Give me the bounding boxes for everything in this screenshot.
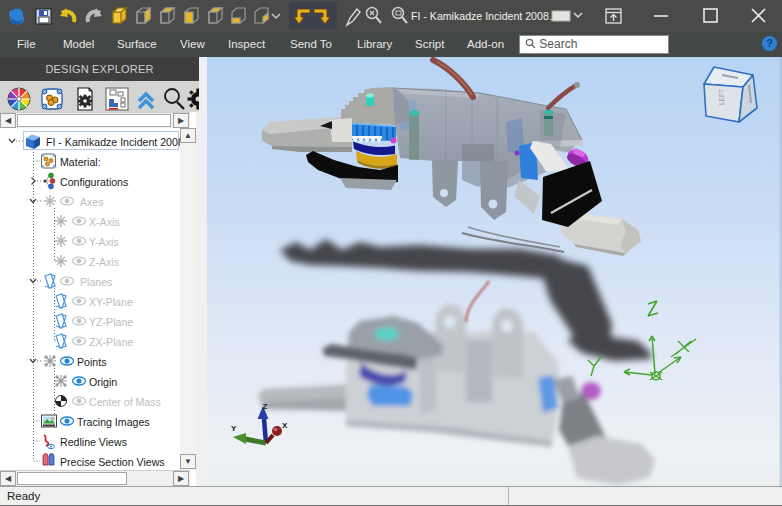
svg-text:ZX-Plane: ZX-Plane xyxy=(89,336,133,348)
svg-text:Center of Mass: Center of Mass xyxy=(89,396,161,408)
svg-text:YZ-Plane: YZ-Plane xyxy=(89,316,133,328)
svg-text:Z-Axis: Z-Axis xyxy=(89,256,119,268)
svg-text:Z: Z xyxy=(263,402,268,411)
svg-text:Axes: Axes xyxy=(80,196,104,208)
svg-text:Y-Axis: Y-Axis xyxy=(89,236,119,248)
svg-text:FI - Kamikadze Incident 2008: FI - Kamikadze Incident 2008 xyxy=(46,136,180,148)
svg-text:X-Axis: X-Axis xyxy=(89,216,120,228)
svg-text:FI - Kamikadze Incident 2008…: FI - Kamikadze Incident 2008… xyxy=(411,10,559,22)
svg-text:Planes: Planes xyxy=(80,276,112,288)
svg-text:LEFT: LEFT xyxy=(718,89,725,105)
svg-text:XY-Plane: XY-Plane xyxy=(89,296,133,308)
svg-text:Points: Points xyxy=(77,356,106,368)
svg-text:X: X xyxy=(282,421,288,430)
svg-text:Y: Y xyxy=(231,424,237,433)
svg-text:Redline Views: Redline Views xyxy=(60,436,127,448)
svg-text:Tracing Images: Tracing Images xyxy=(77,416,150,428)
svg-text:Configurations: Configurations xyxy=(60,176,128,188)
svg-text:Material:: Material: xyxy=(60,156,101,168)
svg-text:Precise Section Views: Precise Section Views xyxy=(60,456,165,468)
svg-text:Origin: Origin xyxy=(89,376,117,388)
